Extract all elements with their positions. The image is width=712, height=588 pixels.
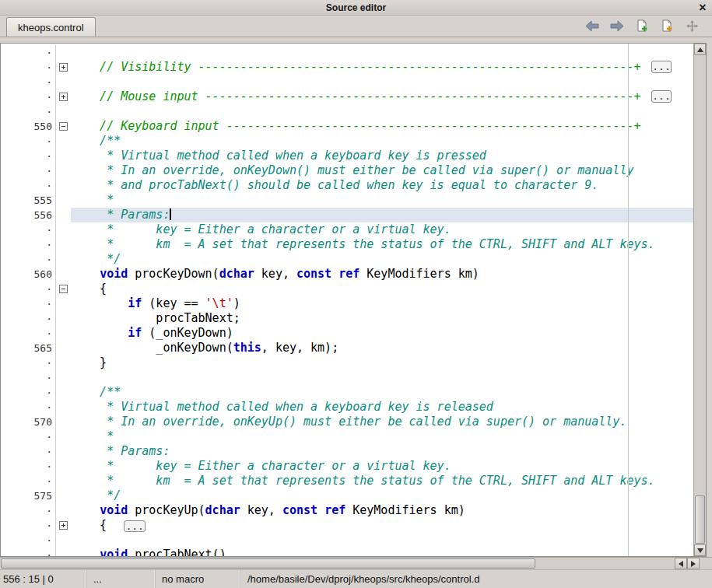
code-line[interactable]: · if (_onKeyDown) bbox=[1, 326, 693, 341]
code-text[interactable]: } bbox=[71, 355, 693, 370]
code-line[interactable]: · * Virtual method called when a keyboar… bbox=[1, 149, 693, 163]
code-line[interactable]: · bbox=[1, 75, 693, 89]
code-line[interactable]: · * bbox=[1, 429, 693, 444]
code-text[interactable]: * In an override, onKeyUp() must either … bbox=[71, 415, 693, 429]
code-text[interactable]: void procKeyUp(dchar key, const ref KeyM… bbox=[71, 503, 693, 518]
code-line[interactable]: · /** bbox=[1, 385, 693, 400]
code-line[interactable]: 555 * bbox=[1, 193, 693, 208]
code-line[interactable]: · // Visibility ------------------------… bbox=[1, 60, 693, 75]
code-text[interactable] bbox=[71, 104, 693, 119]
code-line[interactable]: · void procKeyUp(dchar key, const ref Ke… bbox=[1, 503, 693, 518]
nav-back-icon[interactable] bbox=[583, 17, 602, 34]
code-text[interactable]: // Mouse input -------------------------… bbox=[71, 89, 693, 104]
code-token bbox=[72, 267, 100, 281]
code-line[interactable]: · /** bbox=[1, 134, 693, 149]
code-line[interactable]: · procTabNext; bbox=[1, 311, 693, 326]
scroll-down-icon[interactable] bbox=[694, 544, 706, 556]
detach-cross-icon[interactable] bbox=[682, 17, 701, 34]
fold-preview-button[interactable]: ... bbox=[651, 61, 672, 73]
code-text[interactable]: * km = A set that represents the status … bbox=[71, 474, 693, 488]
tab-kheops-control[interactable]: kheops.control bbox=[6, 17, 96, 37]
code-token: (_onKeyDown) bbox=[142, 326, 233, 340]
code-text[interactable]: /** bbox=[71, 385, 693, 400]
code-text[interactable]: if (key == '\t') bbox=[71, 296, 693, 311]
horizontal-scrollbar-thumb[interactable] bbox=[1, 558, 535, 569]
horizontal-scrollbar[interactable] bbox=[0, 557, 712, 569]
code-text[interactable]: * bbox=[71, 429, 693, 444]
code-line[interactable]: · * Virtual method called when a keyboar… bbox=[1, 400, 693, 415]
scroll-up-icon[interactable] bbox=[694, 44, 706, 55]
code-line[interactable]: 556 * Params: bbox=[1, 208, 693, 222]
tab-label: kheops.control bbox=[18, 22, 84, 33]
fold-toggle-icon[interactable] bbox=[59, 93, 68, 101]
code-text[interactable]: _onKeyDown(this, key, km); bbox=[71, 341, 693, 355]
code-text[interactable]: * In an override, onKeyDown() must eithe… bbox=[71, 163, 693, 178]
code-text[interactable]: procTabNext; bbox=[71, 311, 693, 326]
code-line[interactable]: 565 _onKeyDown(this, key, km); bbox=[1, 341, 693, 355]
code-line[interactable]: · bbox=[1, 45, 693, 60]
code-text[interactable] bbox=[71, 75, 693, 89]
code-line[interactable]: 570 * In an override, onKeyUp() must eit… bbox=[1, 415, 693, 429]
code-text[interactable]: * key = Either a character or a virtual … bbox=[71, 222, 693, 237]
code-line[interactable]: · } bbox=[1, 355, 693, 370]
collapsed-fold-box[interactable]: ... bbox=[124, 520, 146, 532]
code-text[interactable]: // Visibility --------------------------… bbox=[71, 60, 693, 75]
code-line[interactable]: · * and procTabNext() should be called w… bbox=[1, 178, 693, 193]
code-text[interactable]: { bbox=[71, 282, 693, 296]
code-text[interactable]: * Virtual method called when a keyboard … bbox=[71, 149, 693, 163]
code-text[interactable]: * Params: bbox=[71, 208, 693, 222]
code-line[interactable]: · * km = A set that represents the statu… bbox=[1, 237, 693, 252]
code-text[interactable]: if (_onKeyDown) bbox=[71, 326, 693, 341]
code-text[interactable] bbox=[71, 45, 693, 60]
code-text[interactable]: */ bbox=[71, 488, 693, 503]
triangle-right-icon bbox=[691, 561, 696, 567]
code-text[interactable] bbox=[71, 370, 693, 385]
code-text[interactable]: * Virtual method called when a keyboard … bbox=[71, 400, 693, 415]
code-line[interactable]: · * key = Either a character or a virtua… bbox=[1, 222, 693, 237]
code-text[interactable]: * and procTabNext() should be called whe… bbox=[71, 178, 693, 193]
code-text[interactable]: * Params: bbox=[71, 444, 693, 459]
code-text[interactable]: void procKeyDown(dchar key, const ref Ke… bbox=[71, 267, 693, 282]
code-text[interactable]: {... bbox=[71, 518, 693, 533]
code-line[interactable]: · bbox=[1, 104, 693, 119]
fold-preview-button[interactable]: ... bbox=[651, 90, 672, 103]
code-text[interactable]: * key = Either a character or a virtual … bbox=[71, 459, 693, 474]
nav-forward-icon[interactable] bbox=[608, 17, 626, 34]
code-line[interactable]: · */ bbox=[1, 252, 693, 267]
fold-toggle-icon[interactable] bbox=[59, 63, 68, 72]
code-text[interactable]: * km = A set that represents the status … bbox=[71, 237, 693, 252]
fold-toggle-icon[interactable] bbox=[59, 521, 68, 530]
code-line[interactable]: · * km = A set that represents the statu… bbox=[1, 474, 693, 488]
code-line[interactable]: · * Params: bbox=[1, 444, 693, 459]
close-icon[interactable]: × bbox=[696, 0, 709, 16]
code-token: // Keyboard input bbox=[72, 119, 226, 133]
document-add-orange-icon[interactable] bbox=[658, 17, 676, 34]
code-text[interactable]: // Keyboard input ----------------------… bbox=[71, 119, 693, 134]
code-line[interactable]: · // Mouse input -----------------------… bbox=[1, 89, 693, 104]
code-text[interactable]: void procTabNext() bbox=[71, 548, 693, 556]
scroll-right-icon[interactable] bbox=[687, 558, 700, 569]
fold-toggle-icon[interactable] bbox=[59, 122, 68, 131]
code-line[interactable]: · * key = Either a character or a virtua… bbox=[1, 459, 693, 474]
vertical-scrollbar[interactable] bbox=[693, 44, 706, 556]
code-text[interactable] bbox=[71, 533, 693, 548]
fold-toggle-icon[interactable] bbox=[59, 285, 68, 293]
code-text[interactable]: */ bbox=[71, 252, 693, 267]
code-line[interactable]: 560 void procKeyDown(dchar key, const re… bbox=[1, 267, 693, 282]
code-line[interactable]: 550 // Keyboard input ------------------… bbox=[1, 119, 693, 134]
code-text[interactable]: /** bbox=[71, 134, 693, 149]
source-editor[interactable]: ·· // Visibility -----------------------… bbox=[1, 44, 693, 556]
code-line[interactable]: · if (key == '\t') bbox=[1, 296, 693, 311]
document-add-green-icon[interactable] bbox=[633, 17, 651, 34]
code-line[interactable]: 575 */ bbox=[1, 488, 693, 503]
code-line[interactable]: · bbox=[1, 370, 693, 385]
code-line[interactable]: · { bbox=[1, 282, 693, 296]
code-line[interactable]: · * In an override, onKeyDown() must eit… bbox=[1, 163, 693, 178]
scroll-left-icon[interactable] bbox=[675, 558, 687, 569]
code-line[interactable]: · {... bbox=[1, 518, 693, 533]
vertical-scrollbar-thumb[interactable] bbox=[695, 495, 705, 544]
code-line[interactable]: · void procTabNext() bbox=[1, 548, 693, 556]
code-text[interactable]: * bbox=[71, 193, 693, 208]
window-titlebar[interactable]: Source editor × bbox=[0, 0, 712, 16]
code-line[interactable]: · bbox=[1, 533, 693, 548]
